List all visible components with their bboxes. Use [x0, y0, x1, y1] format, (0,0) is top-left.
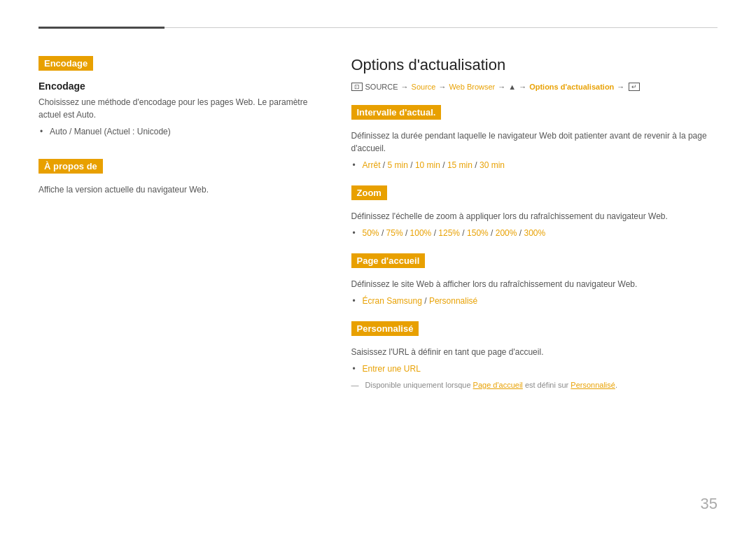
personnalise-list: Entrer une URL	[351, 363, 718, 375]
page-accueil-bullet: Écran Samsung / Personnalisé	[363, 296, 478, 306]
page-accueil-header-label: Page d'accueil	[357, 255, 420, 266]
note-middle: est défini sur	[523, 381, 570, 389]
zoom-header-label: Zoom	[357, 188, 382, 198]
breadcrumb-source: SOURCE	[365, 83, 398, 91]
zoom-list: 50% / 75% / 100% / 125% / 150% / 200%	[351, 227, 718, 239]
left-column: Encodage Encodage Choisissez une méthode…	[38, 56, 344, 506]
zoom-300[interactable]: 300%	[524, 228, 545, 238]
personnalise-header-label: Personnalisé	[357, 323, 414, 334]
apropos-desc: Affiche la version actuelle du navigateu…	[38, 183, 316, 196]
breadcrumb-arrow-2: →	[438, 83, 446, 91]
note-page-accueil-link[interactable]: Page d'accueil	[473, 381, 523, 389]
zsep1: /	[382, 228, 386, 238]
encodage-bullet-text: Auto / Manuel (Actuel : Unicode)	[50, 127, 171, 136]
intervalle-desc: Définissez la durée pendant laquelle le …	[351, 129, 718, 155]
encodage-desc: Choisissez une méthode d'encodage pour l…	[38, 96, 316, 121]
personnalise-desc: Saisissez l'URL à définir en tant que pa…	[351, 346, 718, 358]
breadcrumb-current: Options d'actualisation	[529, 83, 614, 91]
source-icon: ⊡	[351, 83, 363, 91]
intervalle-list-item: Arrêt / 5 min / 10 min / 15 min / 30 min	[363, 159, 718, 171]
personnalise-link-1[interactable]: Personnalisé	[429, 296, 477, 306]
note-link1-text: Page d'accueil	[473, 381, 523, 389]
note-personnalise-link[interactable]: Personnalisé	[570, 381, 615, 389]
apropos-header-label: À propos de	[44, 161, 97, 171]
right-column: Options d'actualisation ⊡ SOURCE → Sourc…	[344, 56, 718, 506]
breadcrumb: ⊡ SOURCE → Source → Web Browser → ▲ → Op…	[351, 83, 718, 91]
breadcrumb-item2: Web Browser	[449, 83, 495, 91]
zoom-75[interactable]: 75%	[386, 228, 403, 238]
sep4: /	[475, 160, 479, 170]
page-accueil-list: Écran Samsung / Personnalisé	[351, 295, 718, 307]
personnalise-note: Disponible uniquement lorsque Page d'acc…	[351, 379, 718, 391]
sep3: /	[442, 160, 447, 170]
section-apropos: À propos de Affiche la version actuelle …	[38, 159, 316, 196]
page-accueil-desc: Définissez le site Web à afficher lors d…	[351, 278, 718, 290]
intervalle-30min[interactable]: 30 min	[479, 160, 505, 170]
breadcrumb-arrow-3: →	[498, 83, 505, 91]
zoom-50[interactable]: 50%	[363, 228, 379, 238]
top-line-light	[164, 27, 718, 28]
section-header-page-accueil: Page d'accueil	[351, 253, 426, 268]
zoom-desc: Définissez l'échelle de zoom à appliquer…	[351, 210, 718, 223]
intervalle-10min[interactable]: 10 min	[415, 160, 440, 170]
zoom-200[interactable]: 200%	[496, 228, 517, 238]
breadcrumb-arrow-5: →	[617, 83, 624, 91]
breadcrumb-item1: Source	[412, 83, 436, 91]
page-title: Options d'actualisation	[351, 56, 718, 74]
return-icon: ↵	[629, 83, 640, 91]
encodage-subtitle: Encodage	[38, 80, 316, 92]
note-suffix: .	[615, 381, 617, 389]
sep1: /	[383, 160, 388, 170]
section-header-apropos: À propos de	[38, 159, 103, 174]
page-number: 35	[701, 495, 718, 513]
note-prefix: Disponible uniquement lorsque	[365, 381, 473, 389]
intervalle-header-label: Intervalle d'actual.	[357, 107, 436, 118]
note-link2-text: Personnalisé	[570, 381, 615, 389]
top-lines	[38, 27, 718, 29]
personnalise-list-item: Entrer une URL	[363, 363, 718, 375]
top-line-dark	[38, 27, 164, 29]
zoom-bullet: 50% / 75% / 100% / 125% / 150% / 200%	[363, 228, 546, 238]
entrer-url-text: Entrer une URL	[363, 364, 421, 374]
section-intervalle: Intervalle d'actual. Définissez la durée…	[351, 105, 718, 171]
content-columns: Encodage Encodage Choisissez une méthode…	[38, 56, 718, 506]
section-personnalise: Personnalisé Saisissez l'URL à définir e…	[351, 321, 718, 391]
page-container: Encodage Encodage Choisissez une méthode…	[0, 0, 756, 534]
section-header-zoom: Zoom	[351, 185, 387, 200]
zoom-100[interactable]: 100%	[410, 228, 432, 238]
breadcrumb-item4: ▲	[508, 83, 516, 91]
breadcrumb-source-link[interactable]: Source	[412, 83, 436, 91]
pasep1: /	[424, 296, 429, 306]
ecran-samsung-link[interactable]: Écran Samsung	[363, 296, 422, 306]
intervalle-5min[interactable]: 5 min	[388, 160, 408, 170]
zoom-150[interactable]: 150%	[467, 228, 489, 238]
section-header-personnalise: Personnalisé	[351, 321, 419, 336]
encodage-list: Auto / Manuel (Actuel : Unicode)	[38, 125, 316, 138]
zoom-125[interactable]: 125%	[438, 228, 460, 238]
breadcrumb-arrow-1: →	[401, 83, 409, 91]
sep2: /	[410, 160, 415, 170]
section-zoom: Zoom Définissez l'échelle de zoom à appl…	[351, 185, 718, 239]
breadcrumb-webbrowser-link[interactable]: Web Browser	[449, 83, 495, 91]
section-header-intervalle: Intervalle d'actual.	[351, 105, 442, 120]
intervalle-bullet: Arrêt / 5 min / 10 min / 15 min / 30 min	[363, 160, 505, 170]
zoom-list-item: 50% / 75% / 100% / 125% / 150% / 200%	[363, 227, 718, 239]
page-accueil-list-item: Écran Samsung / Personnalisé	[363, 295, 718, 307]
section-header-encodage: Encodage	[38, 56, 93, 71]
encodage-list-item: Auto / Manuel (Actuel : Unicode)	[50, 125, 316, 138]
intervalle-arret[interactable]: Arrêt	[363, 160, 381, 170]
section-page-accueil: Page d'accueil Définissez le site Web à …	[351, 253, 718, 307]
zsep5: /	[491, 228, 496, 238]
encodage-header-label: Encodage	[44, 58, 88, 69]
section-encodage: Encodage Encodage Choisissez une méthode…	[38, 56, 316, 138]
intervalle-list: Arrêt / 5 min / 10 min / 15 min / 30 min	[351, 159, 718, 171]
intervalle-15min[interactable]: 15 min	[447, 160, 472, 170]
zsep2: /	[405, 228, 410, 238]
breadcrumb-arrow-4: →	[519, 83, 526, 91]
entrer-url-link[interactable]: Entrer une URL	[363, 364, 421, 374]
